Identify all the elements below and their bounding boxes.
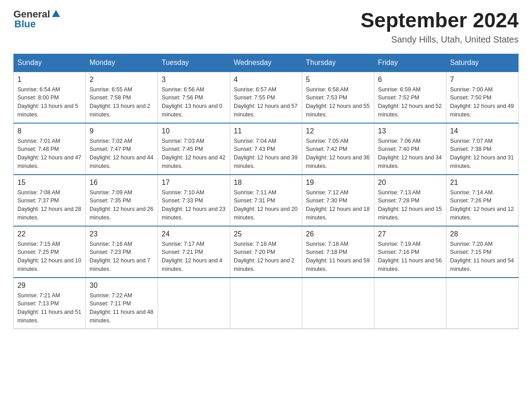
month-year-title: September 2024 bbox=[360, 9, 519, 32]
day-number: 25 bbox=[234, 230, 298, 238]
logo-blue-text: Blue bbox=[14, 19, 61, 30]
day-number: 3 bbox=[162, 76, 226, 84]
day-number: 30 bbox=[90, 282, 154, 290]
calendar-day-cell: 10 Sunrise: 7:03 AMSunset: 7:45 PMDaylig… bbox=[158, 123, 230, 175]
day-number: 22 bbox=[17, 230, 82, 238]
calendar-day-cell: 8 Sunrise: 7:01 AMSunset: 7:48 PMDayligh… bbox=[14, 123, 86, 175]
day-info: Sunrise: 7:19 AMSunset: 7:16 PMDaylight:… bbox=[378, 240, 442, 274]
day-number: 13 bbox=[378, 127, 442, 135]
calendar-day-cell: 3 Sunrise: 6:56 AMSunset: 7:56 PMDayligh… bbox=[158, 72, 230, 123]
weekday-header-friday: Friday bbox=[374, 54, 446, 72]
calendar-day-cell: 30 Sunrise: 7:22 AMSunset: 7:11 PMDaylig… bbox=[86, 278, 158, 329]
weekday-header-wednesday: Wednesday bbox=[230, 54, 302, 72]
calendar-week-row: 29 Sunrise: 7:21 AMSunset: 7:13 PMDaylig… bbox=[14, 278, 519, 329]
day-info: Sunrise: 6:55 AMSunset: 7:58 PMDaylight:… bbox=[90, 86, 154, 119]
svg-marker-0 bbox=[52, 10, 60, 17]
calendar-day-cell: 13 Sunrise: 7:06 AMSunset: 7:40 PMDaylig… bbox=[374, 123, 446, 175]
day-info: Sunrise: 7:15 AMSunset: 7:25 PMDaylight:… bbox=[17, 240, 82, 274]
calendar-day-cell: 28 Sunrise: 7:20 AMSunset: 7:15 PMDaylig… bbox=[446, 226, 519, 278]
calendar-day-cell: 1 Sunrise: 6:54 AMSunset: 8:00 PMDayligh… bbox=[14, 72, 86, 123]
calendar-day-cell bbox=[230, 278, 302, 329]
calendar-day-cell bbox=[374, 278, 446, 329]
logo-triangle-icon bbox=[51, 9, 61, 19]
day-info: Sunrise: 7:08 AMSunset: 7:37 PMDaylight:… bbox=[17, 188, 82, 222]
day-info: Sunrise: 7:18 AMSunset: 7:20 PMDaylight:… bbox=[234, 240, 298, 274]
day-number: 19 bbox=[306, 179, 370, 187]
day-number: 29 bbox=[17, 282, 82, 290]
day-info: Sunrise: 6:57 AMSunset: 7:55 PMDaylight:… bbox=[234, 86, 298, 119]
day-info: Sunrise: 7:03 AMSunset: 7:45 PMDaylight:… bbox=[162, 137, 226, 171]
calendar-day-cell: 23 Sunrise: 7:16 AMSunset: 7:23 PMDaylig… bbox=[86, 226, 158, 278]
day-info: Sunrise: 7:06 AMSunset: 7:40 PMDaylight:… bbox=[378, 137, 442, 171]
day-info: Sunrise: 7:05 AMSunset: 7:42 PMDaylight:… bbox=[306, 137, 370, 171]
calendar-day-cell: 29 Sunrise: 7:21 AMSunset: 7:13 PMDaylig… bbox=[14, 278, 86, 329]
calendar-week-row: 1 Sunrise: 6:54 AMSunset: 8:00 PMDayligh… bbox=[14, 72, 519, 123]
calendar-day-cell: 15 Sunrise: 7:08 AMSunset: 7:37 PMDaylig… bbox=[14, 175, 86, 226]
day-number: 8 bbox=[17, 127, 82, 135]
day-number: 5 bbox=[306, 76, 370, 84]
calendar-week-row: 22 Sunrise: 7:15 AMSunset: 7:25 PMDaylig… bbox=[14, 226, 519, 278]
calendar-day-cell: 7 Sunrise: 7:00 AMSunset: 7:50 PMDayligh… bbox=[446, 72, 519, 123]
day-number: 23 bbox=[90, 230, 154, 238]
calendar-week-row: 8 Sunrise: 7:01 AMSunset: 7:48 PMDayligh… bbox=[14, 123, 519, 175]
day-info: Sunrise: 7:00 AMSunset: 7:50 PMDaylight:… bbox=[450, 86, 515, 119]
day-info: Sunrise: 7:01 AMSunset: 7:48 PMDaylight:… bbox=[17, 137, 82, 171]
calendar-day-cell: 22 Sunrise: 7:15 AMSunset: 7:25 PMDaylig… bbox=[14, 226, 86, 278]
calendar-week-row: 15 Sunrise: 7:08 AMSunset: 7:37 PMDaylig… bbox=[14, 175, 519, 226]
day-number: 15 bbox=[17, 179, 82, 187]
calendar-day-cell: 6 Sunrise: 6:59 AMSunset: 7:52 PMDayligh… bbox=[374, 72, 446, 123]
calendar-day-cell: 27 Sunrise: 7:19 AMSunset: 7:16 PMDaylig… bbox=[374, 226, 446, 278]
calendar-day-cell: 19 Sunrise: 7:12 AMSunset: 7:30 PMDaylig… bbox=[302, 175, 374, 226]
page-header: General Blue September 2024 Sandy Hills,… bbox=[13, 9, 519, 45]
day-number: 2 bbox=[90, 76, 154, 84]
day-number: 1 bbox=[17, 76, 82, 84]
title-block: September 2024 Sandy Hills, Utah, United… bbox=[360, 9, 519, 45]
day-info: Sunrise: 7:14 AMSunset: 7:26 PMDaylight:… bbox=[450, 188, 515, 222]
day-number: 28 bbox=[450, 230, 515, 238]
calendar-day-cell: 24 Sunrise: 7:17 AMSunset: 7:21 PMDaylig… bbox=[158, 226, 230, 278]
calendar-day-cell: 25 Sunrise: 7:18 AMSunset: 7:20 PMDaylig… bbox=[230, 226, 302, 278]
day-info: Sunrise: 6:59 AMSunset: 7:52 PMDaylight:… bbox=[378, 86, 442, 119]
day-number: 17 bbox=[162, 179, 226, 187]
day-info: Sunrise: 7:22 AMSunset: 7:11 PMDaylight:… bbox=[90, 291, 154, 325]
calendar-day-cell: 11 Sunrise: 7:04 AMSunset: 7:43 PMDaylig… bbox=[230, 123, 302, 175]
calendar-day-cell: 16 Sunrise: 7:09 AMSunset: 7:35 PMDaylig… bbox=[86, 175, 158, 226]
day-info: Sunrise: 7:16 AMSunset: 7:23 PMDaylight:… bbox=[90, 240, 154, 274]
calendar-day-cell bbox=[446, 278, 519, 329]
weekday-header-sunday: Sunday bbox=[14, 54, 86, 72]
weekday-header-saturday: Saturday bbox=[446, 54, 519, 72]
day-number: 24 bbox=[162, 230, 226, 238]
day-info: Sunrise: 7:11 AMSunset: 7:31 PMDaylight:… bbox=[234, 188, 298, 222]
day-info: Sunrise: 6:56 AMSunset: 7:56 PMDaylight:… bbox=[162, 86, 226, 119]
location-subtitle: Sandy Hills, Utah, United States bbox=[360, 34, 519, 45]
day-number: 20 bbox=[378, 179, 442, 187]
day-info: Sunrise: 7:18 AMSunset: 7:18 PMDaylight:… bbox=[306, 240, 370, 274]
day-number: 27 bbox=[378, 230, 442, 238]
day-number: 9 bbox=[90, 127, 154, 135]
calendar-day-cell: 12 Sunrise: 7:05 AMSunset: 7:42 PMDaylig… bbox=[302, 123, 374, 175]
calendar-day-cell: 20 Sunrise: 7:13 AMSunset: 7:28 PMDaylig… bbox=[374, 175, 446, 226]
calendar-day-cell: 26 Sunrise: 7:18 AMSunset: 7:18 PMDaylig… bbox=[302, 226, 374, 278]
weekday-header-row: SundayMondayTuesdayWednesdayThursdayFrid… bbox=[14, 54, 519, 72]
day-number: 12 bbox=[306, 127, 370, 135]
calendar-day-cell: 17 Sunrise: 7:10 AMSunset: 7:33 PMDaylig… bbox=[158, 175, 230, 226]
day-number: 4 bbox=[234, 76, 298, 84]
day-number: 6 bbox=[378, 76, 442, 84]
day-info: Sunrise: 7:07 AMSunset: 7:38 PMDaylight:… bbox=[450, 137, 515, 171]
calendar-day-cell: 5 Sunrise: 6:58 AMSunset: 7:53 PMDayligh… bbox=[302, 72, 374, 123]
weekday-header-thursday: Thursday bbox=[302, 54, 374, 72]
day-info: Sunrise: 7:12 AMSunset: 7:30 PMDaylight:… bbox=[306, 188, 370, 222]
day-number: 7 bbox=[450, 76, 515, 84]
calendar-day-cell bbox=[302, 278, 374, 329]
day-info: Sunrise: 7:13 AMSunset: 7:28 PMDaylight:… bbox=[378, 188, 442, 222]
day-info: Sunrise: 7:04 AMSunset: 7:43 PMDaylight:… bbox=[234, 137, 298, 171]
calendar-day-cell: 18 Sunrise: 7:11 AMSunset: 7:31 PMDaylig… bbox=[230, 175, 302, 226]
day-info: Sunrise: 7:20 AMSunset: 7:15 PMDaylight:… bbox=[450, 240, 515, 274]
logo: General Blue bbox=[13, 9, 61, 30]
calendar-day-cell: 21 Sunrise: 7:14 AMSunset: 7:26 PMDaylig… bbox=[446, 175, 519, 226]
day-number: 14 bbox=[450, 127, 515, 135]
weekday-header-monday: Monday bbox=[86, 54, 158, 72]
day-number: 21 bbox=[450, 179, 515, 187]
day-info: Sunrise: 7:02 AMSunset: 7:47 PMDaylight:… bbox=[90, 137, 154, 171]
day-number: 18 bbox=[234, 179, 298, 187]
